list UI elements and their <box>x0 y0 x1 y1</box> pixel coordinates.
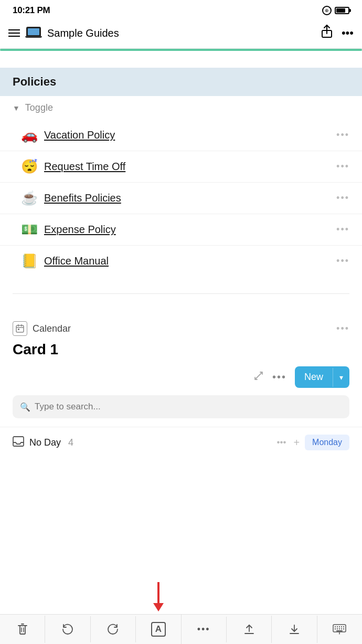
status-time: 10:21 PM <box>13 5 50 16</box>
toggle-row[interactable]: ▼ Toggle <box>0 96 362 120</box>
no-day-label: No Day <box>29 437 61 448</box>
row-actions: ••• + <box>277 437 300 449</box>
benefits-emoji: ☕ <box>21 190 38 206</box>
vacation-emoji: 🚗 <box>21 127 38 143</box>
search-bar: 🔍 <box>13 395 349 418</box>
svg-rect-7 <box>20 626 25 634</box>
app-logo-icon <box>25 27 42 39</box>
main-content: Policies ▼ Toggle 🚗 Vacation Policy ••• … <box>0 51 362 500</box>
location-icon: ⊕ <box>322 6 332 15</box>
battery-icon <box>335 7 349 14</box>
svg-rect-5 <box>18 329 19 330</box>
svg-rect-1 <box>16 325 24 332</box>
trash-button[interactable] <box>0 616 45 643</box>
toggle-label: Toggle <box>25 102 53 113</box>
monday-badge[interactable]: Monday <box>305 435 349 450</box>
download-button[interactable] <box>272 616 317 643</box>
svg-rect-6 <box>13 437 24 446</box>
status-icons: ⊕ <box>322 6 349 15</box>
more-dots-icon: ••• <box>197 624 210 635</box>
upload-button[interactable] <box>227 616 272 643</box>
no-day-row[interactable]: No Day 4 ••• + Monday <box>0 427 362 458</box>
vacation-more-icon[interactable]: ••• <box>336 130 349 141</box>
font-button[interactable]: A <box>136 615 181 644</box>
calendar-label: Calendar <box>33 323 331 334</box>
policy-item-manual[interactable]: 📒 Office Manual ••• <box>0 245 362 277</box>
inbox-icon <box>13 436 24 449</box>
policy-item-expense[interactable]: 💵 Expense Policy ••• <box>0 214 362 245</box>
red-arrow-indicator <box>153 582 164 611</box>
benefits-more-icon[interactable]: ••• <box>336 193 349 204</box>
manual-more-icon[interactable]: ••• <box>336 256 349 267</box>
no-day-count: 4 <box>68 437 73 448</box>
font-icon: A <box>151 622 166 637</box>
battery-fill <box>336 8 345 13</box>
keyboard-button[interactable] <box>317 617 362 642</box>
benefits-policy-link[interactable]: Benefits Policies <box>44 192 330 204</box>
new-button[interactable]: New ▾ <box>295 366 349 388</box>
new-button-label: New <box>295 366 333 388</box>
search-input[interactable] <box>35 402 342 412</box>
nav-bar: Sample Guides ••• <box>0 20 362 49</box>
card-toolbar: ••• New ▾ <box>0 366 362 395</box>
row-more-icon[interactable]: ••• <box>277 437 286 448</box>
share-icon[interactable] <box>321 24 333 42</box>
font-letter: A <box>155 624 162 635</box>
policies-section-header: Policies <box>0 68 362 96</box>
vacation-policy-link[interactable]: Vacation Policy <box>44 129 330 141</box>
redo-button[interactable] <box>91 616 136 642</box>
calendar-more-icon[interactable]: ••• <box>336 323 349 334</box>
status-bar: 10:21 PM ⊕ <box>0 0 362 20</box>
nav-title: Sample Guides <box>47 27 119 39</box>
hamburger-menu-icon[interactable] <box>8 29 20 37</box>
policy-item-vacation[interactable]: 🚗 Vacation Policy ••• <box>0 120 362 151</box>
card-title: Card 1 <box>0 339 362 366</box>
manual-emoji: 📒 <box>21 253 38 269</box>
new-button-chevron-icon[interactable]: ▾ <box>333 368 349 387</box>
expense-policy-link[interactable]: Expense Policy <box>44 224 330 236</box>
row-add-icon[interactable]: + <box>293 437 300 449</box>
calendar-icon <box>13 321 27 336</box>
policy-item-benefits[interactable]: ☕ Benefits Policies ••• <box>0 182 362 214</box>
policy-list: 🚗 Vacation Policy ••• 😴 Request Time Off… <box>0 120 362 277</box>
policy-item-timeoff[interactable]: 😴 Request Time Off ••• <box>0 151 362 182</box>
timeoff-emoji: 😴 <box>21 159 38 175</box>
timeoff-more-icon[interactable]: ••• <box>336 161 349 172</box>
expand-icon[interactable] <box>253 371 264 384</box>
timeoff-policy-link[interactable]: Request Time Off <box>44 161 330 173</box>
bottom-toolbar: A ••• <box>0 614 362 644</box>
more-options-icon[interactable]: ••• <box>342 26 354 40</box>
nav-right: ••• <box>321 24 354 42</box>
undo-button[interactable] <box>45 616 90 642</box>
toggle-arrow-icon: ▼ <box>13 104 20 112</box>
toolbar-more-icon[interactable]: ••• <box>272 371 286 383</box>
expense-more-icon[interactable]: ••• <box>336 224 349 235</box>
expense-emoji: 💵 <box>21 221 38 238</box>
calendar-header: Calendar ••• <box>0 311 362 339</box>
search-icon: 🔍 <box>20 402 30 412</box>
office-manual-link[interactable]: Office Manual <box>44 255 330 267</box>
more-button[interactable]: ••• <box>182 617 227 642</box>
nav-left: Sample Guides <box>8 27 321 39</box>
